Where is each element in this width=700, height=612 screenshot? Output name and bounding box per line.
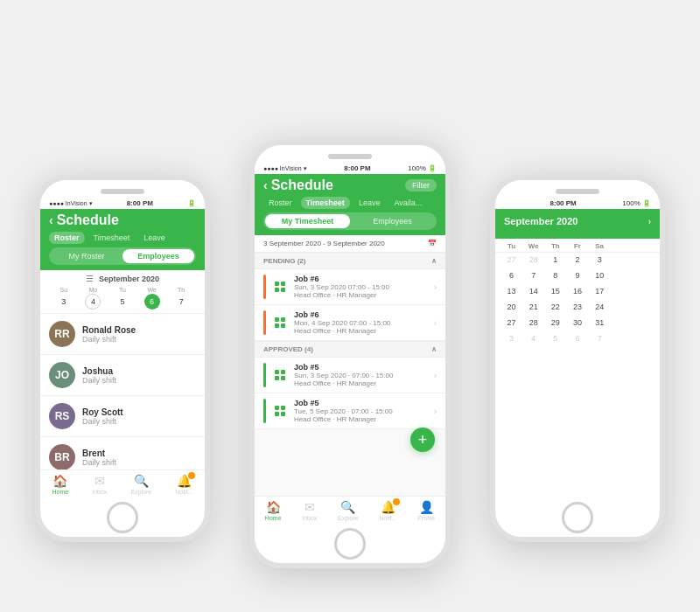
day-num-4[interactable]: 4 [85, 294, 101, 309]
cal-cell-2[interactable]: 2 [566, 253, 588, 267]
cal-cell-23[interactable]: 23 [566, 300, 588, 314]
cal-cell-27b[interactable]: 27 [500, 316, 522, 330]
approved-collapse-icon[interactable]: ∧ [431, 345, 437, 353]
tab-timesheet-center[interactable]: Timesheet [301, 197, 350, 209]
cal-cell-20[interactable]: 20 [500, 300, 522, 314]
calendar-icon[interactable]: 📅 [428, 240, 437, 247]
tab-timesheet-left[interactable]: Timesheet [88, 232, 136, 244]
cal-cell-6b[interactable]: 6 [566, 331, 588, 345]
cal-cell-28b[interactable]: 28 [522, 316, 544, 330]
cal-cell-4b[interactable]: 4 [522, 331, 544, 345]
tab-leave-center[interactable]: Leave [354, 197, 386, 209]
nav-inbox-center[interactable]: ✉Inbox [302, 500, 317, 521]
notification-badge-center [393, 498, 400, 505]
cal-cell-15[interactable]: 15 [544, 284, 566, 298]
filter-button[interactable]: Filter [405, 179, 437, 191]
cal-cell-7b[interactable]: 7 [589, 331, 611, 345]
back-arrow-center[interactable]: ‹ [263, 178, 268, 192]
day-num-7[interactable]: 7 [173, 294, 189, 309]
cal-cell-6a[interactable]: 6 [500, 268, 522, 282]
cal-cell-28a[interactable]: 28 [522, 253, 544, 267]
status-time-right: 8:00 PM [550, 199, 577, 207]
cal-cell-1[interactable]: 1 [544, 253, 566, 267]
day-num-5[interactable]: 5 [115, 294, 130, 309]
chevron-right-icon[interactable]: › [648, 217, 651, 226]
cal-cell-22[interactable]: 22 [544, 300, 566, 314]
day-num-3[interactable]: 3 [56, 294, 72, 309]
job-card-approved-1[interactable]: Job #5 Sun, 3 Sep 2020 · 07:00 - 15:00 H… [255, 358, 445, 393]
job-card-approved-2[interactable]: Job #5 Tue, 5 Sep 2020 · 07:00 - 15:00 H… [255, 393, 445, 429]
day-num-6[interactable]: 6 [144, 294, 160, 309]
job-meta1-pending-1: Sun, 3 Sep 2020 07:00 - 15:00 [294, 283, 429, 291]
tab-bar-center: Roster Timesheet Leave Availa... [263, 197, 437, 209]
job-arrow-pending-1[interactable]: › [434, 282, 437, 292]
nav-explore-center[interactable]: 🔍Explore [338, 500, 359, 521]
employee-item-ronald[interactable]: RR Ronald Rose Daily shift [40, 314, 205, 355]
cal-cell-21[interactable]: 21 [522, 300, 544, 314]
cal-cell-3[interactable]: 3 [589, 253, 611, 267]
cal-grid-right: Tu We Th Fr Sa 27 28 1 2 3 6 7 [495, 239, 660, 497]
employee-item-brent[interactable]: BR Brent Daily shift [40, 437, 205, 469]
job-meta1-approved-2: Tue, 5 Sep 2020 · 07:00 - 15:00 [294, 407, 429, 415]
cal-cell-24[interactable]: 24 [589, 300, 611, 314]
job-icon-4 [271, 402, 289, 420]
svg-rect-9 [281, 370, 285, 374]
job-title-approved-1: Job #5 [294, 363, 429, 372]
toggle-my-roster[interactable]: My Roster [51, 249, 122, 263]
nav-home-left[interactable]: 🏠Home [52, 474, 69, 495]
cal-cell-7a[interactable]: 7 [522, 268, 544, 282]
nav-inbox-left[interactable]: ✉Inbox [92, 474, 107, 495]
nav-home-center[interactable]: 🏠Home [265, 500, 282, 521]
header-title-center: ‹ Schedule Filter [263, 177, 437, 193]
phone-right: 8:00 PM 100% 🔋 September 2020 › Tu We Th… [490, 175, 665, 542]
job-card-pending-2[interactable]: Job #6 Mon, 4 Sep 2020 07:00 - 15:00 Hea… [255, 305, 445, 341]
job-arrow-approved-2[interactable]: › [434, 407, 437, 416]
job-meta1-approved-1: Sun, 3 Sep 2020 · 07:00 - 15:00 [294, 372, 429, 379]
status-battery-center: 100% 🔋 [408, 164, 437, 172]
day-col-we: We 6 [144, 287, 160, 309]
status-bar-right: 8:00 PM 100% 🔋 [495, 196, 660, 209]
toggle-my-timesheet[interactable]: My Timesheet [265, 214, 350, 228]
home-button-center[interactable] [334, 528, 366, 560]
emp-info-joshua: Joshua Daily shift [82, 366, 116, 385]
job-arrow-pending-2[interactable]: › [434, 318, 437, 328]
app-header-center: ‹ Schedule Filter Roster Timesheet Leave… [255, 174, 445, 235]
cal-day-headers: Tu We Th Fr Sa [495, 239, 660, 253]
tab-roster-center[interactable]: Roster [263, 197, 298, 209]
cal-cell-10[interactable]: 10 [589, 268, 611, 282]
employee-item-roy[interactable]: RS Roy Scott Daily shift [40, 396, 205, 437]
back-arrow-left[interactable]: ‹ [49, 213, 53, 227]
job-card-pending-1[interactable]: Job #6 Sun, 3 Sep 2020 07:00 - 15:00 Hea… [255, 269, 445, 305]
cal-cell-13[interactable]: 13 [500, 284, 522, 298]
toggle-employees-center[interactable]: Employees [350, 214, 435, 228]
cal-cell-29[interactable]: 29 [544, 316, 566, 330]
cal-cell-17[interactable]: 17 [589, 284, 611, 298]
cal-cell-3b[interactable]: 3 [500, 331, 522, 345]
cal-cell-9[interactable]: 9 [566, 268, 588, 282]
cal-cell-14[interactable]: 14 [522, 284, 544, 298]
employee-item-joshua[interactable]: JO Joshua Daily shift [40, 355, 205, 396]
home-button-right[interactable] [562, 502, 593, 533]
tab-availa-center[interactable]: Availa... [388, 197, 427, 209]
date-range-text: 3 September 2020 - 9 September 2020 [263, 240, 385, 247]
cal-cell-31[interactable]: 31 [589, 316, 611, 330]
hamburger-icon[interactable]: ☰ [86, 274, 94, 283]
nav-explore-left[interactable]: 🔍Explore [130, 474, 151, 495]
toggle-bar-left: My Roster Employees [49, 247, 196, 265]
cal-cell-30[interactable]: 30 [566, 316, 588, 330]
svg-rect-2 [275, 288, 279, 292]
pending-collapse-icon[interactable]: ∧ [431, 257, 437, 265]
toggle-employees-left[interactable]: Employees [122, 249, 194, 263]
job-arrow-approved-1[interactable]: › [434, 371, 437, 380]
tab-leave-left[interactable]: Leave [138, 232, 171, 244]
fab-add-button[interactable]: + [410, 428, 435, 452]
home-button-left[interactable] [107, 502, 138, 533]
nav-profile-center[interactable]: 👤Profile [417, 500, 435, 521]
nav-notifications-center[interactable]: 🔔 Notif... [379, 500, 396, 521]
cal-cell-16[interactable]: 16 [566, 284, 588, 298]
cal-cell-5b[interactable]: 5 [544, 331, 566, 345]
cal-cell-8[interactable]: 8 [544, 268, 566, 282]
cal-cell-27a[interactable]: 27 [500, 253, 522, 267]
tab-roster-left[interactable]: Roster [49, 232, 85, 244]
nav-notifications-left[interactable]: 🔔 Notif... [175, 474, 192, 495]
